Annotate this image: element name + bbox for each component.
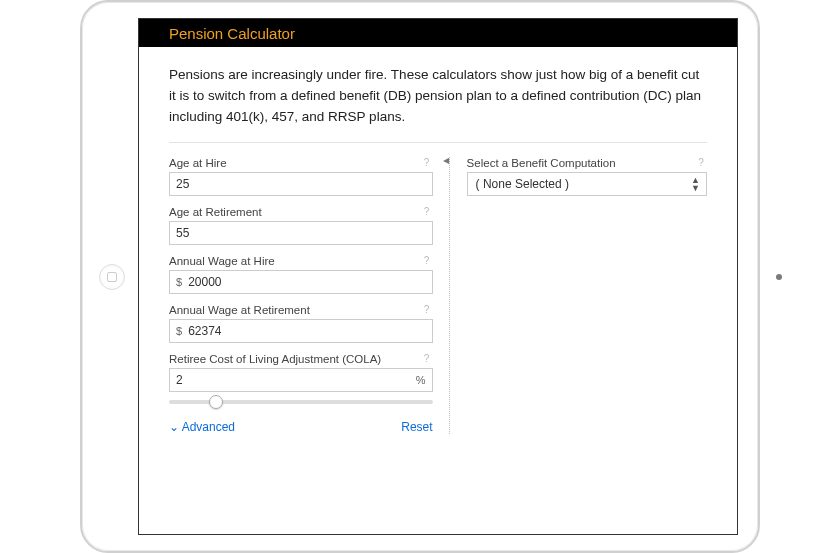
column-divider: ◀ [445,157,455,434]
field-age-at-hire: Age at Hire 25 [169,157,433,196]
help-icon[interactable] [421,157,433,169]
advanced-toggle[interactable]: Advanced [169,420,235,434]
help-icon[interactable] [421,353,433,365]
field-age-at-retirement: Age at Retirement 55 [169,206,433,245]
help-icon[interactable] [421,304,433,316]
select-value: ( None Selected ) [476,177,569,191]
content-area: Pensions are increasingly under fire. Th… [139,47,737,444]
page-title: Pension Calculator [169,25,295,42]
label-age-at-hire: Age at Hire [169,157,227,169]
field-annual-wage-hire: Annual Wage at Hire $ 20000 [169,255,433,294]
app-screen: Pension Calculator Pensions are increasi… [138,18,738,535]
divider-line-icon [449,157,450,434]
label-age-at-retirement: Age at Retirement [169,206,262,218]
label-cola: Retiree Cost of Living Adjustment (COLA) [169,353,381,365]
input-age-at-retirement[interactable]: 55 [169,221,433,245]
help-icon[interactable] [421,206,433,218]
input-annual-wage-retirement[interactable]: $ 62374 [169,319,433,343]
slider-thumb-icon[interactable] [209,395,223,409]
columns: Age at Hire 25 Age at Retirement [169,157,707,434]
field-benefit-computation: Select a Benefit Computation ( None Sele… [467,157,707,196]
label-annual-wage-retirement: Annual Wage at Retirement [169,304,310,316]
collapse-handle-icon[interactable]: ◀ [441,153,451,169]
tablet-frame: Pension Calculator Pensions are increasi… [80,0,760,553]
label-annual-wage-hire: Annual Wage at Hire [169,255,275,267]
select-caret-icon: ▲▼ [691,176,700,192]
input-annual-wage-hire[interactable]: $ 20000 [169,270,433,294]
slider-cola[interactable] [169,400,433,404]
reset-button[interactable]: Reset [401,420,432,434]
actions-row: Advanced Reset [169,420,433,434]
help-icon[interactable] [695,157,707,169]
field-annual-wage-retirement: Annual Wage at Retirement $ 62374 [169,304,433,343]
input-age-at-hire[interactable]: 25 [169,172,433,196]
intro-text: Pensions are increasingly under fire. Th… [169,65,707,143]
select-benefit-computation[interactable]: ( None Selected ) ▲▼ [467,172,707,196]
camera-dot-icon [776,274,782,280]
title-bar: Pension Calculator [139,19,737,47]
inputs-column: Age at Hire 25 Age at Retirement [169,157,433,434]
computation-column: Select a Benefit Computation ( None Sele… [467,157,707,434]
home-button[interactable] [99,264,125,290]
field-cola: Retiree Cost of Living Adjustment (COLA)… [169,353,433,404]
label-benefit-computation: Select a Benefit Computation [467,157,616,169]
input-cola[interactable]: 2 % [169,368,433,392]
help-icon[interactable] [421,255,433,267]
